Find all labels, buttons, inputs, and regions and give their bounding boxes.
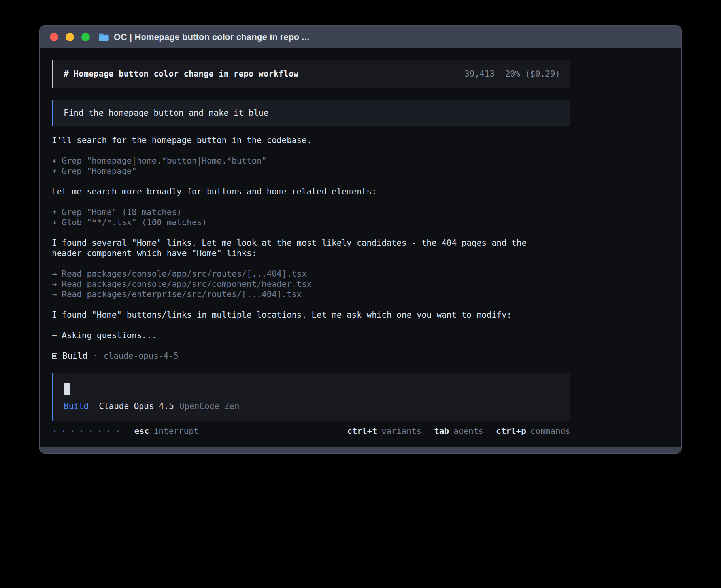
user-message-text: Find the homepage button and make it blu… — [64, 108, 268, 118]
tool-call-read: → Read packages/console/app/src/componen… — [52, 279, 542, 289]
assistant-transcript: I'll search for the homepage button in t… — [52, 135, 542, 351]
agent-status-row: Build · claude-opus-4-5 — [52, 351, 570, 361]
session-title: # Homepage button color change in repo w… — [64, 69, 298, 79]
esc-label: interrupt — [154, 426, 199, 436]
tool-call-read: → Read packages/console/app/src/routes/[… — [52, 269, 542, 279]
window-title: OC | Homepage button color change in rep… — [114, 32, 309, 42]
minimize-button[interactable] — [66, 33, 74, 41]
assistant-line: I'll search for the homepage button in t… — [52, 135, 542, 145]
agents-label: agents — [453, 426, 483, 436]
commands-label: commands — [530, 426, 570, 436]
assistant-status-line: ~ Asking questions... — [52, 330, 542, 341]
context-usage: 20% ($0.29) — [505, 69, 560, 79]
assistant-line: I found "Home" buttons/links in multiple… — [52, 310, 542, 320]
traffic-lights — [50, 33, 90, 41]
folder-icon — [98, 33, 109, 41]
blank-line — [52, 228, 542, 238]
shortcut-variants: ctrl+t variants — [347, 426, 421, 436]
assistant-line: Let me search more broadly for buttons a… — [52, 187, 542, 197]
tool-call-read: → Read packages/enterprise/src/routes/[.… — [52, 289, 542, 300]
variants-key: ctrl+t — [347, 426, 377, 436]
blank-line — [52, 145, 542, 156]
session-header: # Homepage button color change in repo w… — [52, 60, 570, 88]
blank-line — [52, 320, 542, 330]
text-cursor — [64, 383, 70, 395]
blank-line — [52, 176, 542, 187]
tool-call-glob: ∗ Glob "**/*.tsx" (100 matches) — [52, 217, 542, 228]
token-count: 39,413 — [464, 69, 495, 79]
close-button[interactable] — [50, 33, 58, 41]
blank-line — [52, 258, 542, 269]
agents-key: tab — [434, 426, 449, 436]
agent-separator: · — [93, 351, 98, 361]
window-bottom-strip — [40, 447, 681, 453]
agent-model: claude-opus-4-5 — [104, 351, 179, 361]
blank-line — [52, 197, 542, 207]
titlebar: OC | Homepage button color change in rep… — [40, 26, 681, 48]
assistant-line: I found several "Home" links. Let me loo… — [52, 238, 542, 258]
model-name: Claude Opus 4.5 — [99, 401, 174, 411]
status-bar: ········ esc interrupt ctrl+t variants t… — [52, 426, 570, 436]
tool-call-grep: ∗ Grep "Homepage" — [52, 166, 542, 176]
shortcut-agents: tab agents — [434, 426, 483, 436]
agent-name: Build — [62, 351, 87, 361]
input-mode-row: Build Claude Opus 4.5 OpenCode Zen — [64, 401, 560, 411]
prompt-input[interactable]: Build Claude Opus 4.5 OpenCode Zen — [52, 373, 570, 421]
provider-name: OpenCode Zen — [179, 401, 240, 411]
blank-line — [52, 300, 542, 310]
variants-label: variants — [381, 426, 421, 436]
shortcut-interrupt: esc interrupt — [134, 426, 199, 436]
shortcut-commands: ctrl+p commands — [496, 426, 570, 436]
blank-line — [52, 341, 542, 351]
commands-key: ctrl+p — [496, 426, 526, 436]
terminal-content: # Homepage button color change in repo w… — [40, 48, 681, 447]
mode-name: Build — [64, 401, 89, 411]
tool-call-grep: ∗ Grep "homepage|home.*button|Home.*butt… — [52, 156, 542, 166]
tool-call-grep: ∗ Grep "Home" (18 matches) — [52, 207, 542, 217]
spinner-dots: ········ — [52, 426, 124, 436]
title-group: OC | Homepage button color change in rep… — [98, 32, 309, 42]
esc-key: esc — [134, 426, 149, 436]
zoom-button[interactable] — [81, 33, 90, 41]
session-meta: 39,413 20% ($0.29) — [464, 69, 560, 79]
user-message: Find the homepage button and make it blu… — [52, 100, 570, 126]
agent-square-icon — [52, 353, 57, 359]
terminal-window: OC | Homepage button color change in rep… — [39, 25, 682, 454]
